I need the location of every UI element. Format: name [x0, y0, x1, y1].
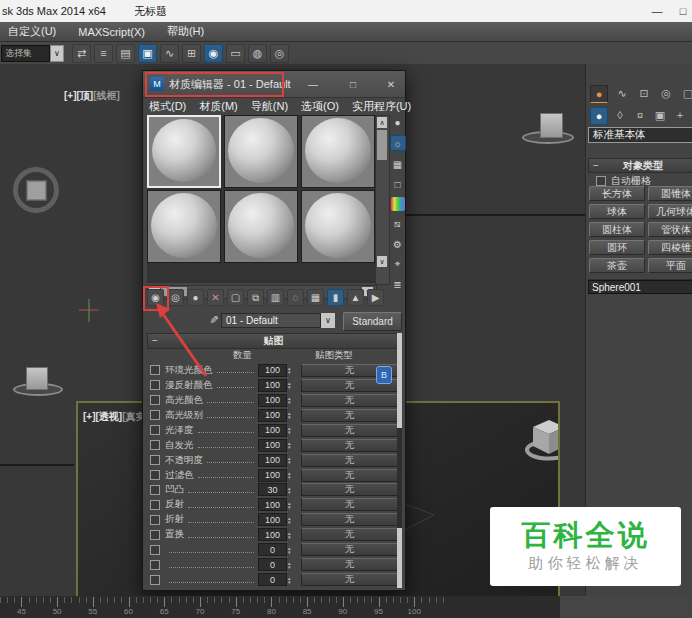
map-amount-field[interactable]: 100: [258, 379, 287, 392]
viewcube[interactable]: [13, 167, 59, 213]
chevron-down-icon[interactable]: ∨: [321, 313, 335, 328]
make-preview-icon[interactable]: ⧅: [391, 217, 405, 231]
scrollbar-thumb[interactable]: [377, 130, 387, 160]
go-to-sibling-icon[interactable]: ▶: [367, 289, 384, 306]
map-enable-checkbox[interactable]: [150, 455, 160, 465]
collapse-icon[interactable]: −: [593, 160, 599, 171]
dialog-minimize-button[interactable]: —: [301, 75, 325, 93]
map-amount-field[interactable]: 0: [258, 573, 287, 586]
spinner-icon[interactable]: ▴▾: [288, 441, 296, 449]
object-type-button-6[interactable]: 圆环: [589, 240, 645, 255]
object-type-rollout-header[interactable]: − 对象类型: [588, 158, 692, 173]
spinner-icon[interactable]: ▴▾: [288, 531, 296, 539]
object-type-button-1[interactable]: 圆锥体: [648, 186, 692, 201]
chevron-down-icon[interactable]: ∨: [50, 45, 64, 62]
graphite-ribbon-icon[interactable]: ▣: [138, 44, 157, 63]
me-menu-item-2[interactable]: 导航(N): [251, 99, 288, 114]
object-type-button-4[interactable]: 圆柱体: [589, 222, 645, 237]
scroll-up-icon[interactable]: ∧: [377, 117, 387, 128]
map-enable-checkbox[interactable]: [150, 440, 160, 450]
options-icon[interactable]: ⚙: [391, 237, 405, 251]
map-amount-field[interactable]: 0: [258, 558, 287, 571]
render-setup-icon[interactable]: ◉: [204, 44, 223, 63]
map-enable-checkbox[interactable]: [150, 545, 160, 555]
map-amount-field[interactable]: 100: [258, 424, 287, 437]
make-copy-icon[interactable]: ▢: [227, 289, 244, 306]
tab-hierarchy[interactable]: ⊡: [636, 85, 652, 101]
map-amount-field[interactable]: 100: [258, 528, 287, 541]
spinner-icon[interactable]: ▴▾: [288, 561, 296, 569]
spinner-icon[interactable]: ▴▾: [288, 396, 296, 404]
material-sample-slot[interactable]: [224, 190, 298, 263]
map-amount-field[interactable]: 100: [258, 469, 287, 482]
map-type-button[interactable]: 无: [301, 409, 398, 422]
object-type-button-8[interactable]: 茶壶: [589, 258, 645, 273]
map-enable-checkbox[interactable]: [150, 410, 160, 420]
put-to-scene-icon[interactable]: ◎: [167, 289, 184, 306]
category-shapes[interactable]: ◊: [612, 107, 628, 123]
map-type-button[interactable]: 无: [301, 424, 398, 437]
rendered-frame-icon[interactable]: ▭: [226, 44, 245, 63]
map-amount-field[interactable]: 30: [258, 483, 287, 496]
material-id-icon[interactable]: ◌: [287, 289, 304, 306]
scrollbar-thumb[interactable]: [397, 428, 402, 528]
map-enable-checkbox[interactable]: [150, 470, 160, 480]
map-amount-field[interactable]: 100: [258, 513, 287, 526]
map-type-button[interactable]: 无: [301, 394, 398, 407]
spinner-icon[interactable]: ▴▾: [288, 471, 296, 479]
spinner-icon[interactable]: ▴▾: [288, 456, 296, 464]
map-type-button[interactable]: 无: [301, 469, 398, 482]
render-iterative-icon[interactable]: ◎: [270, 44, 289, 63]
map-type-button[interactable]: 无: [301, 543, 398, 556]
show-end-result-icon[interactable]: ▮: [327, 289, 344, 306]
scene-box-object[interactable]: [26, 367, 48, 390]
map-type-button[interactable]: 无: [301, 573, 398, 586]
spinner-icon[interactable]: ▴▾: [288, 381, 296, 389]
show-map-in-viewport-icon[interactable]: ▦: [307, 289, 324, 306]
object-type-button-5[interactable]: 管状体: [648, 222, 692, 237]
sample-uv-tiling-icon[interactable]: □: [391, 177, 405, 191]
map-type-button[interactable]: 无: [301, 558, 398, 571]
viewport-label-top[interactable]: [+][顶][线框]: [64, 89, 120, 103]
selection-set-combo[interactable]: 选择集: [1, 45, 50, 62]
me-menu-item-0[interactable]: 模式(D): [149, 99, 186, 114]
category-geometry[interactable]: ●: [590, 107, 608, 125]
schematic-view-icon[interactable]: ⊞: [182, 44, 201, 63]
spinner-icon[interactable]: ▴▾: [288, 486, 296, 494]
object-type-button-3[interactable]: 几何球体: [648, 204, 692, 219]
object-type-button-7[interactable]: 四棱锥: [648, 240, 692, 255]
map-type-button[interactable]: 无: [301, 454, 398, 467]
me-menu-item-1[interactable]: 材质(M): [199, 99, 238, 114]
map-amount-field[interactable]: 100: [258, 498, 287, 511]
restore-button[interactable]: □: [670, 0, 692, 22]
me-menu-item-4[interactable]: 实用程序(U): [352, 99, 411, 114]
spinner-icon[interactable]: ▴▾: [288, 516, 296, 524]
map-enable-checkbox[interactable]: [150, 425, 160, 435]
material-name-dropdown[interactable]: 01 - Default: [221, 313, 321, 328]
material-type-button[interactable]: Standard: [343, 312, 402, 331]
reset-map-icon[interactable]: ✕: [207, 289, 224, 306]
sample-type-icon[interactable]: ●: [391, 115, 405, 129]
map-enable-checkbox[interactable]: [150, 530, 160, 540]
spinner-icon[interactable]: ▴▾: [288, 501, 296, 509]
mirror-icon[interactable]: ⇄: [72, 44, 91, 63]
map-type-button[interactable]: 无: [301, 498, 398, 511]
scene-box-object[interactable]: [540, 113, 563, 138]
viewport-label-part[interactable]: [顶]: [77, 90, 94, 101]
timeline-ruler[interactable]: 4550556065707580859095100: [0, 596, 692, 618]
map-enable-checkbox[interactable]: [150, 380, 160, 390]
spinner-icon[interactable]: ▴▾: [288, 411, 296, 419]
video-color-check-icon[interactable]: [391, 197, 405, 211]
map-amount-field[interactable]: 100: [258, 454, 287, 467]
map-enable-checkbox[interactable]: [150, 575, 160, 585]
map-type-button[interactable]: 无: [301, 513, 398, 526]
map-type-button[interactable]: 无: [301, 528, 398, 541]
params-scrollbar[interactable]: [397, 333, 402, 588]
category-cameras[interactable]: ▣: [652, 107, 668, 123]
material-sample-slot[interactable]: [147, 115, 221, 188]
map-enable-checkbox[interactable]: [150, 515, 160, 525]
menu-item-1[interactable]: MAXScript(X): [78, 26, 145, 38]
spinner-icon[interactable]: ▴▾: [288, 546, 296, 554]
map-enable-checkbox[interactable]: [150, 500, 160, 510]
map-type-button[interactable]: 无: [301, 439, 398, 452]
